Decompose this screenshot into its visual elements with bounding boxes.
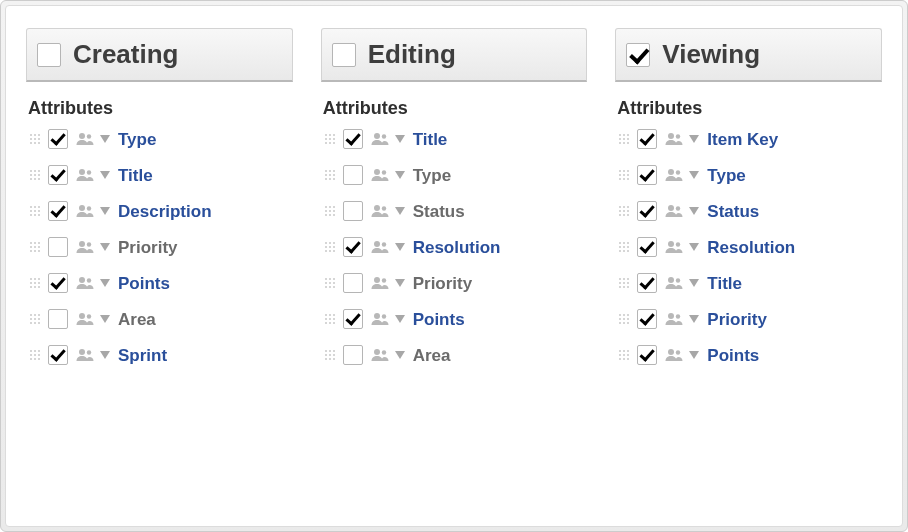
svg-point-75 — [30, 354, 32, 356]
column-toggle-viewing[interactable] — [626, 43, 650, 67]
attribute-checkbox[interactable] — [48, 273, 68, 293]
attribute-label[interactable]: Priority — [707, 311, 767, 328]
attribute-label[interactable]: Points — [118, 275, 170, 292]
drag-handle-icon[interactable] — [617, 240, 631, 254]
attribute-checkbox[interactable] — [637, 165, 657, 185]
sort-icon — [100, 315, 110, 323]
drag-handle-icon[interactable] — [28, 276, 42, 290]
svg-point-108 — [325, 206, 327, 208]
attribute-checkbox[interactable] — [343, 129, 363, 149]
svg-point-115 — [329, 214, 331, 216]
drag-handle-icon[interactable] — [323, 312, 337, 326]
attribute-label[interactable]: Resolution — [413, 239, 501, 256]
drag-handle-icon[interactable] — [28, 132, 42, 146]
svg-point-156 — [325, 350, 327, 352]
drag-handle-icon[interactable] — [323, 168, 337, 182]
svg-point-7 — [34, 142, 36, 144]
people-icon — [371, 168, 389, 182]
attribute-checkbox[interactable] — [343, 345, 363, 365]
svg-marker-227 — [689, 279, 699, 287]
svg-marker-215 — [689, 243, 699, 251]
attribute-label[interactable]: Type — [118, 131, 156, 148]
drag-handle-icon[interactable] — [323, 204, 337, 218]
svg-point-189 — [668, 169, 674, 175]
attribute-checkbox[interactable] — [637, 345, 657, 365]
attribute-label[interactable]: Resolution — [707, 239, 795, 256]
svg-point-46 — [87, 242, 91, 246]
svg-point-2 — [38, 134, 40, 136]
attribute-label[interactable]: Sprint — [118, 347, 167, 364]
svg-point-238 — [676, 314, 680, 318]
svg-point-163 — [329, 358, 331, 360]
drag-handle-icon[interactable] — [323, 348, 337, 362]
attribute-checkbox[interactable] — [48, 201, 68, 221]
attribute-checkbox[interactable] — [637, 273, 657, 293]
attribute-checkbox[interactable] — [48, 309, 68, 329]
attribute-checkbox[interactable] — [48, 237, 68, 257]
svg-point-29 — [38, 210, 40, 212]
attribute-label[interactable]: Type — [707, 167, 745, 184]
svg-point-17 — [38, 174, 40, 176]
svg-point-223 — [623, 286, 625, 288]
attribute-label[interactable]: Description — [118, 203, 212, 220]
svg-point-66 — [30, 322, 32, 324]
attribute-label[interactable]: Points — [413, 311, 465, 328]
drag-handle-icon[interactable] — [28, 204, 42, 218]
attribute-checkbox[interactable] — [637, 201, 657, 221]
attribute-label[interactable]: Title — [707, 275, 742, 292]
column-toggle-creating[interactable] — [37, 43, 61, 67]
svg-point-197 — [627, 210, 629, 212]
drag-handle-icon[interactable] — [323, 276, 337, 290]
attribute-checkbox[interactable] — [48, 165, 68, 185]
column-header-creating: Creating — [26, 28, 293, 82]
attribute-label[interactable]: Title — [118, 167, 153, 184]
people-icon — [665, 276, 683, 290]
people-icon — [76, 132, 94, 146]
attribute-label[interactable]: Points — [707, 347, 759, 364]
svg-point-204 — [619, 242, 621, 244]
drag-handle-icon[interactable] — [323, 240, 337, 254]
drag-handle-icon[interactable] — [28, 240, 42, 254]
attribute-label: Area — [118, 311, 156, 328]
svg-point-158 — [333, 350, 335, 352]
drag-handle-icon[interactable] — [617, 348, 631, 362]
attribute-checkbox[interactable] — [343, 309, 363, 329]
attribute-checkbox[interactable] — [343, 273, 363, 293]
drag-handle-icon[interactable] — [617, 132, 631, 146]
svg-point-214 — [676, 242, 680, 246]
attribute-checkbox[interactable] — [637, 129, 657, 149]
svg-point-48 — [30, 278, 32, 280]
svg-point-98 — [333, 170, 335, 172]
attribute-row: Title — [617, 273, 882, 293]
svg-marker-155 — [395, 315, 405, 323]
column-title: Editing — [368, 39, 456, 70]
svg-point-81 — [79, 349, 85, 355]
drag-handle-icon[interactable] — [28, 348, 42, 362]
attribute-checkbox[interactable] — [637, 237, 657, 257]
attribute-label[interactable]: Status — [707, 203, 759, 220]
attribute-row: Type — [617, 165, 882, 185]
column-toggle-editing[interactable] — [332, 43, 356, 67]
attribute-checkbox[interactable] — [343, 237, 363, 257]
attribute-list: Item KeyTypeStatusResolutionTitlePriorit… — [615, 129, 882, 365]
attribute-checkbox[interactable] — [343, 165, 363, 185]
drag-handle-icon[interactable] — [617, 276, 631, 290]
drag-handle-icon[interactable] — [617, 204, 631, 218]
drag-handle-icon[interactable] — [28, 312, 42, 326]
svg-point-50 — [38, 278, 40, 280]
attribute-label[interactable]: Title — [413, 131, 448, 148]
attribute-label[interactable]: Item Key — [707, 131, 778, 148]
sort-icon — [100, 279, 110, 287]
svg-point-188 — [627, 178, 629, 180]
drag-handle-icon[interactable] — [617, 168, 631, 182]
drag-handle-icon[interactable] — [28, 168, 42, 182]
people-icon — [371, 240, 389, 254]
svg-point-229 — [623, 314, 625, 316]
attribute-checkbox[interactable] — [48, 129, 68, 149]
attribute-checkbox[interactable] — [48, 345, 68, 365]
attribute-checkbox[interactable] — [637, 309, 657, 329]
svg-point-126 — [325, 250, 327, 252]
drag-handle-icon[interactable] — [617, 312, 631, 326]
drag-handle-icon[interactable] — [323, 132, 337, 146]
attribute-checkbox[interactable] — [343, 201, 363, 221]
